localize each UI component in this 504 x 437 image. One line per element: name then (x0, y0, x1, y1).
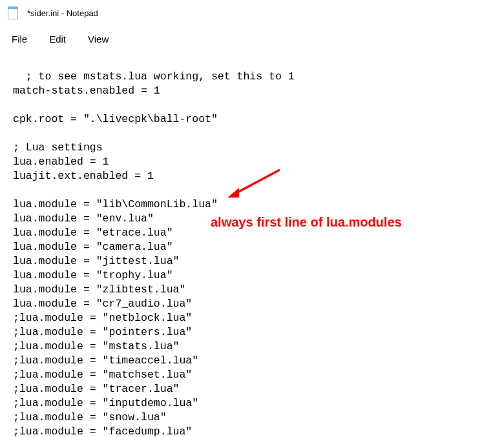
menu-file[interactable]: File (12, 34, 27, 45)
menubar: File Edit View (0, 26, 504, 52)
editor-content: ; to see mstats.lua working, set this to… (13, 70, 295, 437)
menu-edit[interactable]: Edit (49, 34, 66, 45)
editor-area[interactable]: ; to see mstats.lua working, set this to… (0, 52, 504, 437)
notepad-icon (8, 6, 18, 19)
titlebar: *sider.ini - Notepad (0, 0, 504, 26)
menu-view[interactable]: View (88, 34, 109, 45)
window-title: *sider.ini - Notepad (27, 8, 98, 18)
